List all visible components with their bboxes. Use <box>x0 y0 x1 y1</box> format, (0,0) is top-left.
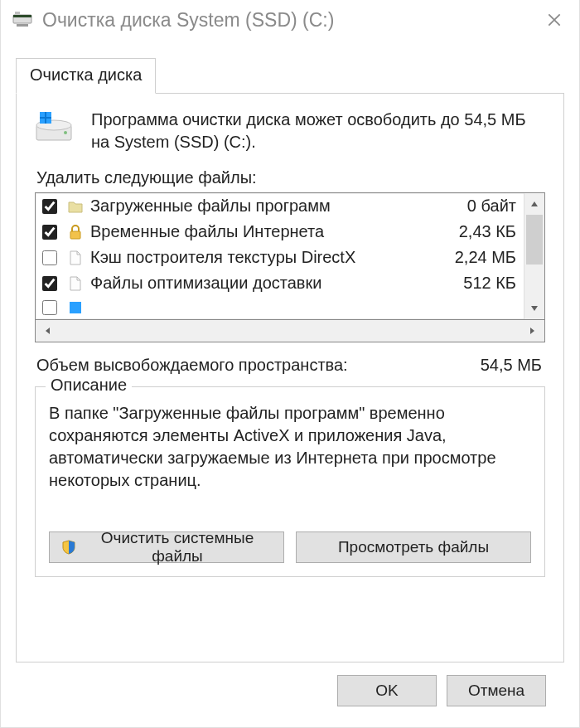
file-icon <box>67 299 84 316</box>
svg-rect-3 <box>15 12 20 14</box>
tab-disk-cleanup[interactable]: Очистка диска <box>16 58 156 94</box>
cancel-label: Отмена <box>468 682 524 700</box>
list-item-checkbox[interactable] <box>42 276 57 291</box>
list-item-label: Кэш построителя текстуры DirectX <box>90 248 448 267</box>
shield-icon <box>61 540 76 555</box>
ok-label: OK <box>375 682 398 700</box>
free-space-label: Объем высвобождаемого пространства: <box>36 356 348 375</box>
list-item-size: 512 КБ <box>463 274 516 293</box>
file-icon <box>67 275 84 292</box>
tabstrip: Очистка диска <box>16 58 564 93</box>
list-item[interactable]: Временные файлы Интернета 2,43 КБ <box>36 219 524 245</box>
list-item[interactable]: Файлы оптимизации доставки 512 КБ <box>36 270 524 296</box>
free-space-row: Объем высвобождаемого пространства: 54,5… <box>36 356 542 375</box>
svg-rect-8 <box>46 112 51 117</box>
vertical-scrollbar[interactable] <box>524 193 544 319</box>
drive-icon <box>35 109 73 147</box>
close-button[interactable] <box>529 0 579 40</box>
list-item-checkbox[interactable] <box>42 300 57 315</box>
client-area: Очистка диска Программа очист <box>1 40 579 727</box>
cancel-button[interactable]: Отмена <box>447 675 546 706</box>
intro-row: Программа очистки диска может освободить… <box>35 109 545 153</box>
clean-system-files-button[interactable]: Очистить системные файлы <box>49 531 284 563</box>
list-item-size: 2,43 КБ <box>459 222 516 241</box>
files-to-delete-label: Удалить следующие файлы: <box>36 168 545 187</box>
dialog-button-bar: OK Отмена <box>16 662 564 719</box>
file-icon <box>67 250 84 266</box>
svg-rect-10 <box>46 119 51 124</box>
scroll-up-arrow-icon[interactable] <box>524 193 544 215</box>
tab-panel: Программа очистки диска может освободить… <box>16 93 564 662</box>
list-item-checkbox[interactable] <box>42 250 57 265</box>
clean-system-files-label: Очистить системные файлы <box>83 529 272 565</box>
svg-rect-12 <box>70 231 80 239</box>
list-item-size: 2,24 МБ <box>455 248 516 267</box>
ok-button[interactable]: OK <box>337 675 437 706</box>
svg-rect-1 <box>13 15 31 17</box>
horizontal-scrollbar[interactable] <box>35 320 545 342</box>
svg-point-11 <box>64 131 67 134</box>
lock-icon <box>67 224 84 240</box>
scrollbar-track[interactable] <box>524 215 544 298</box>
svg-rect-7 <box>40 112 45 117</box>
list-item[interactable]: Загруженные файлы программ 0 байт <box>36 193 524 219</box>
scroll-left-arrow-icon[interactable] <box>36 320 59 342</box>
files-listbox[interactable]: Загруженные файлы программ 0 байт Времен… <box>35 192 545 320</box>
window-title: Очистка диска System (SSD) (C:) <box>42 9 529 32</box>
disk-cleanup-app-icon <box>12 10 32 30</box>
free-space-value: 54,5 МБ <box>481 356 542 375</box>
intro-text: Программа очистки диска может освободить… <box>91 109 545 153</box>
view-files-button[interactable]: Просмотреть файлы <box>296 531 531 563</box>
list-item[interactable] <box>36 296 524 319</box>
list-item-checkbox[interactable] <box>42 225 57 240</box>
disk-cleanup-dialog: Очистка диска System (SSD) (C:) Очистка … <box>0 0 580 728</box>
list-item-label: Загруженные файлы программ <box>90 197 461 216</box>
svg-rect-2 <box>17 24 28 27</box>
folder-icon <box>67 198 84 215</box>
scroll-right-arrow-icon[interactable] <box>521 320 544 342</box>
svg-rect-13 <box>70 302 81 313</box>
titlebar: Очистка диска System (SSD) (C:) <box>1 0 579 40</box>
list-item-label: Файлы оптимизации доставки <box>90 274 457 293</box>
description-text: В папке "Загруженные файлы программ" вре… <box>49 402 531 515</box>
view-files-label: Просмотреть файлы <box>338 538 489 556</box>
description-groupbox: Описание В папке "Загруженные файлы прог… <box>35 386 545 577</box>
list-item-checkbox[interactable] <box>42 199 57 214</box>
description-legend: Описание <box>46 376 132 395</box>
list-item-label: Временные файлы Интернета <box>90 222 452 241</box>
scroll-down-arrow-icon[interactable] <box>524 298 544 319</box>
svg-rect-9 <box>40 119 45 124</box>
list-item-size: 0 байт <box>467 197 516 216</box>
list-item[interactable]: Кэш построителя текстуры DirectX 2,24 МБ <box>36 245 524 270</box>
scrollbar-thumb[interactable] <box>526 215 543 265</box>
